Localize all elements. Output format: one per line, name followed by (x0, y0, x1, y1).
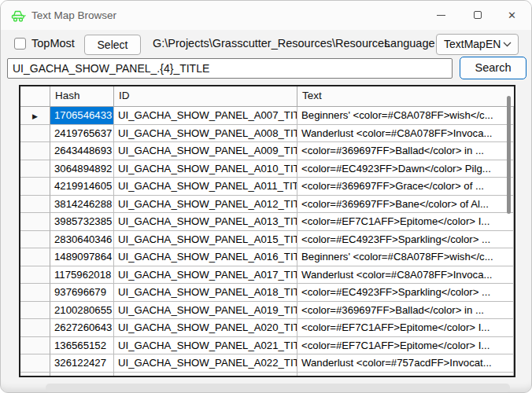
table-row: 326122427UI_GACHA_SHOW_PANEL_A022_TITLEW… (20, 354, 514, 373)
row-header-cell[interactable] (20, 142, 50, 160)
table-row: 937696679UI_GACHA_SHOW_PANEL_A018_TITLE<… (20, 284, 514, 302)
row-header-cell[interactable] (20, 266, 50, 285)
id-cell[interactable]: UI_GACHA_SHOW_PANEL_A021_TITLE (114, 337, 297, 355)
row-header-cell[interactable] (20, 319, 50, 337)
search-input[interactable] (7, 58, 453, 79)
text-cell[interactable]: <color=#EC4923FF>Sparkling</color> ... (297, 284, 514, 302)
id-cell[interactable]: UI_GACHA_SHOW_PANEL_A011_TITLE (114, 178, 297, 196)
hash-cell[interactable]: 937696679 (50, 284, 114, 302)
row-header-cell[interactable] (20, 337, 50, 355)
close-icon: ✕ (508, 10, 516, 20)
hash-cell[interactable]: 1489097864 (50, 248, 114, 266)
row-header-cell[interactable] (20, 125, 50, 143)
id-cell[interactable]: UI_GACHA_SHOW_PANEL_A007_TITLE (114, 107, 297, 125)
id-cell[interactable]: UI_GACHA_SHOW_PANEL_A010_TITLE (114, 160, 297, 178)
horizontal-scrollbar[interactable] (46, 384, 510, 392)
id-cell[interactable]: UI_GACHA_SHOW_PANEL_A017_TITLE (114, 266, 297, 285)
grasscutter-app-icon (11, 9, 27, 22)
table-row: ▶1706546433UI_GACHA_SHOW_PANEL_A007_TITL… (20, 107, 514, 125)
hash-cell[interactable]: 1706546433 (50, 107, 114, 125)
id-cell[interactable]: UI_GACHA_SHOW_PANEL_A018_TITLE (114, 284, 297, 302)
row-header-cell[interactable] (20, 284, 50, 302)
row-header-cell[interactable] (20, 354, 50, 373)
row-header-cell[interactable] (20, 196, 50, 214)
text-cell[interactable]: <color=#EC4923FF>Sparkling</color> ... (297, 231, 514, 249)
vertical-scrollbar-thumb[interactable] (507, 96, 511, 214)
text-cell[interactable]: Wanderlust <color=#C8A078FF>Invoca... (297, 125, 514, 143)
row-header-cell[interactable] (20, 160, 50, 178)
text-cell[interactable]: <color=#EF7C1AFF>Epitome</color> I... (297, 319, 514, 337)
row-header-cell[interactable] (20, 231, 50, 249)
close-button[interactable]: ✕ (494, 2, 530, 28)
id-cell[interactable]: UI_GACHA_SHOW_PANEL_A009_TITLE (114, 142, 297, 160)
select-button[interactable]: Select (84, 35, 141, 55)
row-header-cell[interactable] (20, 373, 50, 378)
topmost-label: TopMost (31, 37, 75, 50)
table-row: 3985732385UI_GACHA_SHOW_PANEL_A013_TITLE… (20, 213, 514, 231)
row-header-cell[interactable]: ▶ (20, 107, 50, 125)
text-cell[interactable]: Wanderlust <color=#757acdFF>Invocat... (297, 354, 514, 373)
id-cell[interactable]: UI_GACHA_SHOW_PANEL_A015_TITLE (114, 231, 297, 249)
title-bar: Text Map Browser ✕ (1, 1, 531, 30)
hash-cell[interactable]: 136565152 (50, 337, 114, 355)
text-cell[interactable]: Beginners' <color=#C8A078FF>wish</c... (297, 107, 514, 125)
column-header-rowselector[interactable] (20, 86, 50, 107)
language-selected-value: TextMapEN (444, 35, 501, 54)
topmost-checkbox[interactable] (14, 38, 26, 50)
row-header-cell[interactable] (20, 248, 50, 266)
id-cell[interactable]: UI_GACHA_SHOW_PANEL_A022_TITLE (114, 354, 297, 373)
hash-cell[interactable] (50, 373, 114, 378)
table-row: 3064894892UI_GACHA_SHOW_PANEL_A010_TITLE… (20, 160, 514, 178)
hash-cell[interactable]: 3985732385 (50, 213, 114, 231)
id-cell[interactable]: UI_GACHA_SHOW_PANEL_A013_TITLE (114, 213, 297, 231)
hash-cell[interactable]: 2627260643 (50, 319, 114, 337)
search-button[interactable]: Search (460, 57, 526, 79)
app-window: Text Map Browser ✕ TopMost Select G:\Pro… (0, 0, 532, 393)
text-cell[interactable]: <color=#EF7C1AFF>Epitome</color> I... (297, 213, 514, 231)
row-header-cell[interactable] (20, 302, 50, 320)
hash-cell[interactable]: 2830640346 (50, 231, 114, 249)
minimize-button[interactable] (423, 2, 459, 28)
hash-cell[interactable]: 3064894892 (50, 160, 114, 178)
table-row: 3814246288UI_GACHA_SHOW_PANEL_A012_TITLE… (20, 196, 514, 214)
hash-cell[interactable]: 2643448693 (50, 142, 114, 160)
text-cell[interactable]: <color=#369697FF>Ballad</color> in ... (297, 302, 514, 320)
text-cell[interactable] (297, 373, 514, 378)
id-cell[interactable]: UI_GACHA_SHOW_PANEL_A019_TITLE (114, 302, 297, 320)
row-header-cell[interactable] (20, 178, 50, 196)
maximize-button[interactable] (460, 2, 495, 28)
id-cell[interactable] (114, 373, 297, 378)
id-cell[interactable]: UI_GACHA_SHOW_PANEL_A016_TITLE (114, 248, 297, 266)
text-cell[interactable]: <color=#369697FF>Ballad</color> in ... (297, 142, 514, 160)
id-cell[interactable]: UI_GACHA_SHOW_PANEL_A012_TITLE (114, 196, 297, 214)
hash-cell[interactable]: 2419765637 (50, 125, 114, 143)
hash-cell[interactable]: 4219914605 (50, 178, 114, 196)
hash-cell[interactable]: 3814246288 (50, 196, 114, 214)
text-cell[interactable]: Beginners' <color=#C8A078FF>wish</c... (297, 248, 514, 266)
column-header-hash[interactable]: Hash (50, 86, 114, 107)
column-header-text[interactable]: Text (297, 86, 514, 107)
table-row: 2627260643UI_GACHA_SHOW_PANEL_A020_TITLE… (20, 319, 514, 337)
resources-path: G:\Projects\Grasscutter_Resources\Resour… (153, 37, 390, 50)
text-cell[interactable]: Wanderlust <color=#C8A078FF>Invoca... (297, 266, 514, 285)
text-cell[interactable]: <color=#EC4923FF>Dawn</color> Pilg... (297, 160, 514, 178)
row-header-cell[interactable] (20, 213, 50, 231)
id-cell[interactable]: UI_GACHA_SHOW_PANEL_A020_TITLE (114, 319, 297, 337)
hash-cell[interactable]: 1175962018 (50, 266, 114, 285)
language-select[interactable]: TextMapEN (436, 34, 519, 55)
selection-arrow-icon: ▶ (32, 112, 38, 120)
table-row: 2100280655UI_GACHA_SHOW_PANEL_A019_TITLE… (20, 302, 514, 320)
text-cell[interactable]: <color=#369697FF>Grace</color> of ... (297, 178, 514, 196)
id-cell[interactable]: UI_GACHA_SHOW_PANEL_A008_TITLE (114, 125, 297, 143)
column-header-id[interactable]: ID (114, 86, 297, 107)
table-row: 1489097864UI_GACHA_SHOW_PANEL_A016_TITLE… (20, 248, 514, 266)
chevron-down-icon (503, 42, 512, 47)
text-cell[interactable]: <color=#369697FF>Bane</color> of Al... (297, 196, 514, 214)
table-row-partial (20, 373, 514, 378)
minimize-icon (437, 15, 445, 16)
text-cell[interactable]: <color=#EF7C1AFF>Epitome</color> I... (297, 337, 514, 355)
hash-cell[interactable]: 326122427 (50, 354, 114, 373)
table-row: 2830640346UI_GACHA_SHOW_PANEL_A015_TITLE… (20, 231, 514, 249)
table-row: 4219914605UI_GACHA_SHOW_PANEL_A011_TITLE… (20, 178, 514, 196)
hash-cell[interactable]: 2100280655 (50, 302, 114, 320)
